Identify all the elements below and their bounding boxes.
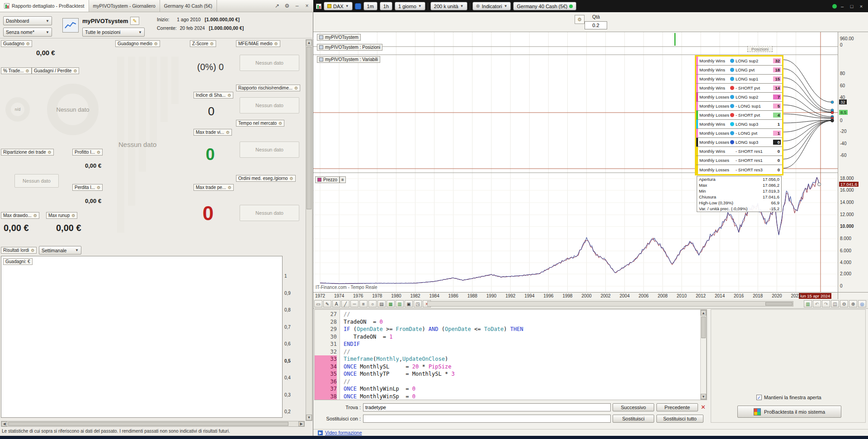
timeframe-1h-button[interactable]: 1h <box>380 2 392 10</box>
duplicate-chart-icon[interactable]: ▣ <box>405 300 413 307</box>
wrench-icon[interactable]: ⚙ <box>97 185 100 190</box>
tempo-mercato-panel-label[interactable]: Tempo nel mercato⚙ <box>236 120 284 127</box>
close-find-icon[interactable]: ✕ <box>701 404 706 411</box>
eco-icon[interactable] <box>832 4 837 9</box>
ellipse-icon[interactable]: ○ <box>368 300 377 307</box>
legend-row[interactable]: Monthly LossesLONG sup30 <box>696 138 782 147</box>
close-icon[interactable]: × <box>857 3 865 10</box>
max-drawdown-panel-label[interactable]: Max drawdo...⚙ <box>1 212 39 219</box>
wrench-icon[interactable]: ⚙ <box>71 213 75 218</box>
legend-row[interactable]: Monthly Wins- SHORT res10 <box>696 147 782 156</box>
zoom-out-icon[interactable]: ⊖ <box>840 300 848 307</box>
comment-icon[interactable]: ▤ <box>377 300 386 307</box>
layout-select[interactable]: Senza nome*▼ <box>3 28 52 37</box>
wrench-icon[interactable]: ⚙ <box>274 42 278 46</box>
stats-table-icon[interactable]: ▦ <box>387 300 395 307</box>
scrollbar-thumb[interactable] <box>8 422 288 426</box>
wrench-icon[interactable]: ⚙ <box>31 248 34 253</box>
checkbox-checked-icon[interactable]: ✓ <box>756 395 762 400</box>
scroll-left-icon[interactable]: ◀ <box>1 421 7 426</box>
pencil-icon[interactable]: ✎ <box>323 300 331 307</box>
settings-icon[interactable]: ⚙ <box>283 2 292 10</box>
scroll-down-icon[interactable]: ▼ <box>306 415 312 420</box>
chart-type-icon[interactable] <box>316 4 321 9</box>
minimize-icon[interactable]: – <box>292 2 302 10</box>
legend-row[interactable]: Monthly WinsLONG sup115 <box>696 75 782 84</box>
dashboard-select[interactable]: Dashboard▼ <box>3 16 52 25</box>
wrench-icon[interactable]: ⚙ <box>228 185 231 190</box>
z-score-panel-label[interactable]: Z-Score⚙ <box>190 40 216 47</box>
price-alert-icon[interactable] <box>355 3 361 9</box>
keep-window-open-option[interactable]: ✓ Mantieni la finestra aperta <box>756 395 821 400</box>
code-editor[interactable]: 272829303132333435363738 //TradeON = 0IF… <box>314 309 707 400</box>
prezzo-chip[interactable]: Prezzo <box>315 176 340 183</box>
legend-row[interactable]: Monthly Losses- LONG pvt1 <box>696 129 782 138</box>
find-input[interactable] <box>363 403 611 411</box>
indicator-chip-variabili[interactable]: myPIVOTsystem : Variabili <box>317 56 380 63</box>
results-graph[interactable]: Guadagni: € <box>1 256 283 418</box>
zoom-window-icon[interactable]: ◫ <box>831 300 839 307</box>
sharpe-panel-label[interactable]: Indice di Sha...⚙ <box>193 92 233 99</box>
positions-select[interactable]: Tutte le posizioni▼ <box>82 28 145 37</box>
wrench-icon[interactable]: ⚙ <box>48 150 52 155</box>
scrollbar-thumb[interactable] <box>307 47 311 209</box>
scroll-up-icon[interactable]: ▲ <box>306 40 312 46</box>
legend-row[interactable]: Monthly WinsLONG sup232 <box>696 57 782 66</box>
wrench-icon[interactable]: ⚙ <box>294 86 298 90</box>
scroll-up-icon[interactable]: ▲ <box>701 310 706 316</box>
wrench-icon[interactable]: ⚙ <box>97 150 100 155</box>
price-chart-plot[interactable]: myPIVOTsystem myPIVOTsystem : Posizioni … <box>313 32 838 292</box>
edit-pencil-icon[interactable]: ✎ <box>130 17 139 25</box>
wrench-icon[interactable]: ⚙ <box>26 42 30 46</box>
tab-rapporto-dettagliato[interactable]: Rapporto dettagliato - ProBacktest <box>0 0 89 12</box>
find-prev-button[interactable]: Precedente <box>656 403 698 411</box>
ripartizione-panel-label[interactable]: Ripartizione dei trade⚙ <box>1 149 54 156</box>
legend-row[interactable]: Monthly LossesLONG sup27 <box>696 93 782 102</box>
guadagni-perdite-panel-label[interactable]: Guadagni / Perdite⚙ <box>32 67 79 74</box>
rapporto-rischio-panel-label[interactable]: Rapporto rischio/rendime...⚙ <box>236 85 300 91</box>
risultati-lordi-panel-label[interactable]: Risultati lordi⚙ <box>1 247 37 254</box>
undo-icon[interactable]: ↶ <box>813 300 821 307</box>
run-backtest-button[interactable]: ProBacktesta il mio sistema <box>737 406 841 418</box>
editor-scrollbar[interactable]: ▲ ▼ <box>700 310 707 400</box>
crosshair-icon[interactable]: ◎ <box>858 300 866 307</box>
timeframe-1m-button[interactable]: 1m <box>363 2 377 10</box>
indicator-chip-mypivotsystem[interactable]: myPIVOTsystem <box>317 34 361 41</box>
max-trade-perdente-panel-label[interactable]: Max trade pe...⚙ <box>193 184 234 191</box>
legend-row[interactable]: Monthly Losses- SHORT res30 <box>696 165 782 174</box>
replace-all-button[interactable]: Sostituisci tutto <box>656 415 703 423</box>
perdita-panel-label[interactable]: Perdita l...⚙ <box>72 184 103 191</box>
scroll-down-icon[interactable]: ▼ <box>701 394 706 399</box>
guadagno-medio-panel-label[interactable]: Guadagno medio⚙ <box>115 40 160 47</box>
replace-button[interactable]: Sostituisci <box>613 415 654 423</box>
legend-row[interactable]: Monthly WinsLONG pvt18 <box>696 66 782 75</box>
replace-input[interactable] <box>363 415 611 423</box>
video-training-link[interactable]: Video formazione <box>325 430 362 435</box>
pct-trade-panel-label[interactable]: % Trade...⚙ <box>1 67 32 74</box>
maximize-icon[interactable]: □ <box>848 3 856 10</box>
max-runup-panel-label[interactable]: Max runup⚙ <box>46 212 77 219</box>
ordini-medi-panel-label[interactable]: Ordini med. eseg./giorno⚙ <box>236 175 296 182</box>
fit-chart-icon[interactable]: ▥ <box>804 300 812 307</box>
fibonacci-icon[interactable]: ≡ <box>359 300 368 307</box>
mfe-mae-panel-label[interactable]: MFE/MAE medio⚙ <box>236 40 280 47</box>
price-y-axis[interactable]: 960.0008060400-20-40-60328,518.00016.000… <box>838 32 868 292</box>
popout-icon[interactable]: ↗ <box>273 2 282 10</box>
instrument-tab[interactable]: Germany 40 Cash (5€) <box>513 2 576 10</box>
trendline-icon[interactable]: ╱ <box>341 300 349 307</box>
horizontal-line-icon[interactable]: ─ <box>350 300 359 307</box>
equity-screen-icon[interactable] <box>62 18 79 33</box>
tab-sistema-giornaliero[interactable]: myPIVOTsystem - Giornaliero <box>89 0 160 12</box>
wrench-icon[interactable]: ⚙ <box>73 69 77 73</box>
wrench-icon[interactable]: ⚙ <box>26 69 29 73</box>
wrench-icon[interactable]: ⚙ <box>33 213 37 218</box>
find-next-button[interactable]: Successivo <box>613 403 654 411</box>
wrench-icon[interactable]: ⚙ <box>226 130 230 135</box>
tab-germany-40[interactable]: Germany 40 Cash (5€) <box>160 0 217 12</box>
legend-row[interactable]: Monthly Losses- LONG sup15 <box>696 102 782 111</box>
chart-scrollbar[interactable] <box>427 301 793 307</box>
symbol-select[interactable]: DAX ▼ <box>324 2 353 10</box>
profitto-panel-label[interactable]: Profitto l...⚙ <box>72 149 103 156</box>
zoom-in-icon[interactable]: ⊕ <box>849 300 857 307</box>
legend-row[interactable]: Monthly Losses- SHORT res10 <box>696 156 782 165</box>
